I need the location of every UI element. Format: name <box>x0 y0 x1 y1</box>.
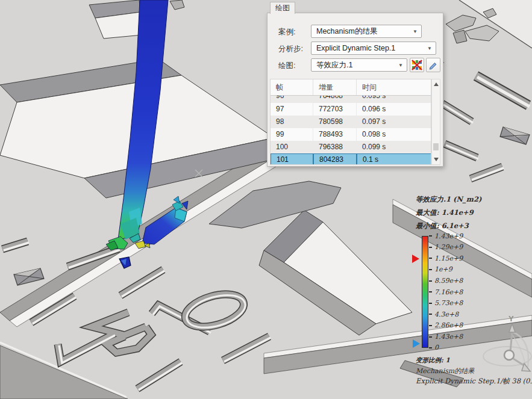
frame-table: 帧 增量 时间 96 764808 0.095 s 97 772703 0.09… <box>270 79 431 165</box>
scale-tick: 1.43e+8 <box>434 333 463 341</box>
legend-title: 等效应力.1 (N_m2) <box>416 195 481 204</box>
scale-tick: 1.29e+9 <box>434 243 463 251</box>
frame-table-header: 帧 增量 时间 <box>271 79 431 96</box>
table-row[interactable]: 96 764808 0.095 s <box>271 96 431 103</box>
table-scrollbar[interactable] <box>431 79 440 165</box>
y-axis-label: Y <box>509 314 514 323</box>
plot-dialog-body: 案例: Mechanism的结果 ▼ 分析步: Explicit Dynamic… <box>267 13 443 167</box>
cell-frame: 101 <box>271 153 313 165</box>
cell-increment: 772703 <box>313 103 357 116</box>
cell-time: 0.099 s <box>357 141 431 153</box>
orientation-triad[interactable]: Y <box>482 313 532 379</box>
step-frame-text: Explicit Dynamic Step.1/帧 38 (0.037 s) <box>416 377 532 386</box>
scale-tick: 5.73e+8 <box>434 299 463 307</box>
min-marker-icon[interactable] <box>413 339 420 348</box>
edit-button[interactable] <box>426 58 440 72</box>
scale-tick: 0 <box>434 344 439 351</box>
triad-origin <box>504 350 514 360</box>
cell-increment: 804283 <box>313 153 357 165</box>
xy-plot-toggle-icon <box>412 60 422 70</box>
scroll-down-icon[interactable] <box>434 158 439 161</box>
cell-frame: 98 <box>271 116 313 128</box>
cell-increment: 788493 <box>313 128 357 141</box>
application-window: 等效应力.1 (N_m2) 最大值: 1.41e+9 最小值: 6.1e+3 1… <box>0 0 532 399</box>
table-row[interactable]: 99 788493 0.098 s <box>271 128 431 141</box>
cell-time: 0.097 s <box>357 116 431 128</box>
plot-label: 绘图: <box>278 61 295 71</box>
cell-time: 0.096 s <box>357 103 431 116</box>
scale-tick: 4.3e+8 <box>434 311 458 318</box>
plot-dropdown[interactable]: 等效应力.1 ▼ <box>311 58 407 72</box>
col-frame[interactable]: 帧 <box>271 79 313 95</box>
case-dropdown[interactable]: Mechanism的结果 ▼ <box>311 25 422 38</box>
chevron-down-icon: ▼ <box>427 42 432 55</box>
cell-time: 0.1 s <box>357 153 431 165</box>
field-step: 分析步: Explicit Dynamic Step.1 ▼ <box>268 42 443 55</box>
scroll-up-icon[interactable] <box>434 82 439 86</box>
scale-tick: 1e+9 <box>434 265 452 273</box>
max-marker-icon[interactable] <box>412 255 419 263</box>
legend-min-value: 最小值: 6.1e+3 <box>416 221 469 230</box>
cell-frame: 99 <box>271 128 313 141</box>
field-case: 案例: Mechanism的结果 ▼ <box>268 25 443 38</box>
chevron-down-icon: ▼ <box>413 25 418 38</box>
case-value: Mechanism的结果 <box>316 27 377 36</box>
scale-tick: 2.86e+8 <box>434 321 463 329</box>
step-label: 分析步: <box>278 44 303 54</box>
cell-increment: 796388 <box>313 141 357 153</box>
cell-frame: 100 <box>271 141 313 153</box>
step-value: Explicit Dynamic Step.1 <box>316 44 395 52</box>
chevron-down-icon: ▼ <box>398 59 403 72</box>
plot-value: 等效应力.1 <box>316 61 352 69</box>
scale-tick: 7.16e+8 <box>434 288 463 296</box>
table-row[interactable]: 100 796388 0.099 s <box>271 141 431 153</box>
field-plot: 绘图: 等效应力.1 ▼ <box>268 58 443 72</box>
scale-tick: 8.59e+8 <box>434 277 463 285</box>
case-label: 案例: <box>278 27 295 37</box>
scale-tick: 1.15e+9 <box>434 255 463 262</box>
table-row[interactable]: 97 772703 0.096 s <box>271 103 431 116</box>
edit-pencil-icon <box>428 60 439 70</box>
cell-time: 0.095 s <box>357 96 431 103</box>
deformation-scale-text: 变形比例: 1 <box>416 356 450 365</box>
col-increment[interactable]: 增量 <box>313 79 357 95</box>
cell-frame: 97 <box>271 103 313 116</box>
cell-time: 0.098 s <box>357 128 431 141</box>
table-row-selected[interactable]: 101 804283 0.1 s <box>271 153 431 165</box>
scale-tick: 1.43e+9 <box>434 232 463 240</box>
xy-plot-toggle-button[interactable] <box>410 58 424 72</box>
result-case-text: Mechanism的结果 <box>416 367 474 376</box>
table-row[interactable]: 98 780598 0.097 s <box>271 116 431 128</box>
col-time[interactable]: 时间 <box>357 79 431 95</box>
tab-plot[interactable]: 绘图 <box>270 2 295 14</box>
cell-increment: 780598 <box>313 116 357 128</box>
legend-max-value: 最大值: 1.41e+9 <box>416 208 474 217</box>
y-axis-arrow-icon <box>509 324 515 332</box>
cell-frame: 96 <box>271 96 313 103</box>
step-dropdown[interactable]: Explicit Dynamic Step.1 ▼ <box>311 42 436 55</box>
cell-increment: 764808 <box>313 96 357 103</box>
plot-dialog: 绘图 案例: Mechanism的结果 ▼ 分析步: Explicit Dyna… <box>267 2 443 167</box>
color-scale-bar <box>422 236 428 348</box>
scrollbar-thumb[interactable] <box>433 143 439 150</box>
